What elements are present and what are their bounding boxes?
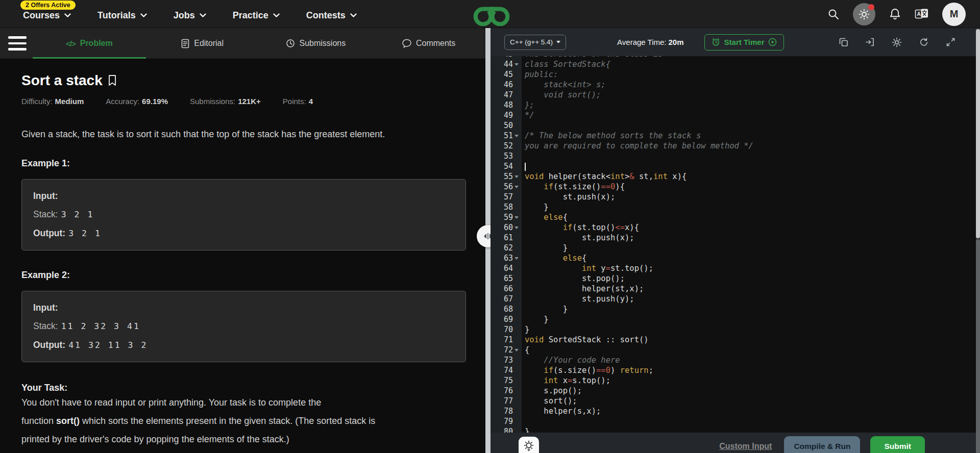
theme-toggle-icon[interactable]	[853, 3, 875, 26]
alarm-clock-icon	[712, 38, 720, 46]
top-navbar: 2 Offers Active Courses Tutorials Jobs P…	[0, 0, 980, 28]
nav-item-label: Jobs	[174, 10, 195, 21]
fold-arrow-icon[interactable]	[513, 135, 520, 137]
nav-item-tutorials[interactable]: Tutorials	[97, 10, 147, 21]
code-line-53[interactable]: 53	[491, 151, 980, 161]
start-timer-button[interactable]: Start Timer	[704, 34, 785, 51]
code-line-52[interactable]: 52you are required to complete the below…	[491, 141, 980, 151]
code-line-69[interactable]: 69 }	[491, 314, 980, 324]
code-line-74[interactable]: 74 if(s.size()==0) return;	[491, 365, 980, 375]
tab-submissions[interactable]: Submissions	[259, 28, 373, 59]
copy-icon[interactable]	[839, 37, 848, 47]
chevron-down-icon	[64, 13, 71, 18]
code-line-67[interactable]: 67 st.push(y);	[491, 294, 980, 304]
fold-arrow-icon[interactable]	[513, 216, 520, 219]
code-line-80[interactable]: 80}	[491, 426, 980, 433]
accuracy-stat: Accuracy:69.19%	[106, 97, 168, 106]
code-line-79[interactable]: 79	[491, 416, 980, 426]
code-line-64[interactable]: 64 int y=st.top();	[491, 263, 980, 273]
code-line-47[interactable]: 47 void sort();	[491, 90, 980, 100]
line-number: 56	[491, 182, 513, 192]
notifications-icon[interactable]	[889, 8, 901, 21]
example-2-box: Input: Stack:11 2 32 3 41 Output:41 32 1…	[21, 291, 466, 362]
code-line-54[interactable]: 54	[491, 161, 980, 171]
code-line-66[interactable]: 66 helper(st,x);	[491, 284, 980, 294]
code-line-77[interactable]: 77 sort();	[491, 396, 980, 406]
code-line-72[interactable]: 72{	[491, 345, 980, 355]
code-line-56[interactable]: 56 if(st.size()==0){	[491, 182, 980, 192]
offers-badge[interactable]: 2 Offers Active	[20, 1, 76, 10]
code-line-49[interactable]: 49*/	[491, 110, 980, 120]
code-line-76[interactable]: 76 s.pop();	[491, 386, 980, 396]
code-line-61[interactable]: 61 st.push(x);	[491, 233, 980, 243]
code-line-46[interactable]: 46 stack<int> s;	[491, 80, 980, 90]
fold-arrow-icon[interactable]	[513, 257, 520, 260]
reset-icon[interactable]	[919, 37, 929, 47]
line-number: 58	[491, 202, 513, 212]
svg-text:A: A	[917, 11, 920, 17]
tab-comments[interactable]: Comments	[372, 28, 485, 59]
code-line-55[interactable]: 55void helper(stack<int>& st,int x){	[491, 171, 980, 182]
start-timer-label: Start Timer	[724, 38, 765, 46]
code-line-68[interactable]: 68 }	[491, 304, 980, 314]
page-title: Sort a stack	[21, 72, 103, 89]
translate-icon[interactable]: A	[915, 8, 929, 21]
code-line-50[interactable]: 50	[491, 120, 980, 131]
code-line-78[interactable]: 78 helper(s,x);	[491, 406, 980, 416]
code-line-70[interactable]: 70}	[491, 324, 980, 335]
code-line-48[interactable]: 48};	[491, 100, 980, 110]
code-line-75[interactable]: 75 int x=s.top();	[491, 375, 980, 386]
avatar[interactable]: M	[942, 3, 966, 26]
fold-arrow-icon[interactable]	[513, 63, 520, 66]
tab-problem[interactable]: </> Problem	[33, 28, 146, 59]
geeksforgeeks-logo-icon[interactable]	[469, 3, 514, 26]
nav-item-jobs[interactable]: Jobs	[174, 10, 206, 21]
nav-item-label: Contests	[306, 10, 346, 21]
code-line-63[interactable]: 63 else{	[491, 253, 980, 263]
chevron-down-icon	[200, 13, 206, 18]
settings-icon[interactable]	[892, 37, 902, 47]
nav-item-label: Practice	[233, 10, 268, 21]
fold-arrow-icon[interactable]	[513, 186, 520, 188]
line-number: 47	[491, 90, 513, 100]
nav-links: Courses Tutorials Jobs Practice Contests	[23, 10, 357, 21]
nav-item-practice[interactable]: Practice	[233, 10, 280, 21]
nav-item-courses[interactable]: Courses	[23, 10, 71, 21]
fold-arrow-icon[interactable]	[513, 349, 520, 351]
code-line-58[interactable]: 58 }	[491, 202, 980, 212]
hamburger-menu-icon[interactable]	[0, 28, 33, 59]
code-line-45[interactable]: 45public:	[491, 69, 980, 80]
fold-arrow-icon[interactable]	[513, 175, 520, 178]
code-line-71[interactable]: 71void SortedStack :: sort()	[491, 335, 980, 345]
line-number: 71	[491, 335, 513, 345]
code-line-59[interactable]: 59 else{	[491, 212, 980, 222]
language-select[interactable]: C++ (g++ 5.4)	[504, 35, 566, 50]
fullscreen-icon[interactable]	[946, 37, 955, 47]
difficulty-stat: Difficulty:Medium	[21, 97, 84, 106]
line-number: 78	[491, 406, 513, 416]
compile-run-button[interactable]: Compile & Run	[784, 436, 860, 453]
code-line-62[interactable]: 62 }	[491, 243, 980, 253]
code-line-44[interactable]: 44class SortedStack{	[491, 59, 980, 69]
code-editor[interactable]: 43The structure of the class is44class S…	[491, 56, 980, 433]
submissions-stat: Submissions:121K+	[190, 97, 261, 106]
hint-bulb-icon[interactable]	[519, 437, 539, 453]
bookmark-icon[interactable]	[108, 74, 117, 87]
search-icon[interactable]	[827, 8, 840, 20]
tab-editorial[interactable]: Editorial	[146, 28, 259, 59]
code-line-51[interactable]: 51/* The below method sorts the stack s	[491, 131, 980, 141]
custom-input-link[interactable]: Custom Input	[719, 442, 772, 451]
nav-item-contests[interactable]: Contests	[306, 10, 357, 21]
code-line-65[interactable]: 65 st.pop();	[491, 273, 980, 284]
scrollbar-thumb[interactable]	[976, 29, 980, 238]
import-icon[interactable]	[865, 37, 875, 47]
code-line-60[interactable]: 60 if(st.top()<=x){	[491, 222, 980, 233]
panel-resize-divider[interactable]	[485, 28, 491, 453]
scrollbar-thumb-secondary[interactable]	[976, 239, 980, 453]
fold-arrow-icon[interactable]	[513, 226, 520, 229]
submit-button[interactable]: Submit	[870, 436, 925, 453]
code-line-73[interactable]: 73 //Your code here	[491, 355, 980, 365]
code-line-57[interactable]: 57 st.push(x);	[491, 192, 980, 202]
page-scrollbar[interactable]	[976, 28, 980, 453]
task-text-line-1: You don't have to read input or print an…	[21, 393, 466, 412]
